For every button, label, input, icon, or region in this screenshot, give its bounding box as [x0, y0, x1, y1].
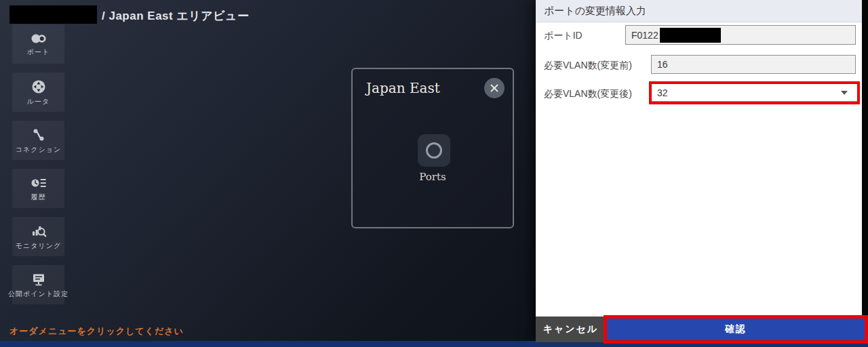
ports-node-label: Ports — [353, 171, 513, 183]
breadcrumb: / Japan East エリアビュー — [102, 8, 249, 24]
area-card-title: Japan East — [366, 80, 440, 96]
sidebar-item-public-point[interactable]: 公開ポイント設定 — [12, 265, 64, 304]
chevron-down-icon — [841, 91, 848, 95]
port-ring-icon — [426, 142, 442, 159]
vlan-after-value: 32 — [657, 87, 668, 98]
sidebar-item-monitoring[interactable]: モニタリング — [12, 217, 64, 256]
main-canvas: / Japan East エリアビュー ポート ルータ コネクション 履歴 — [0, 0, 536, 347]
monitoring-icon — [30, 223, 47, 239]
sidebar-item-label: 履歴 — [31, 192, 46, 202]
ports-icon — [30, 32, 47, 45]
cancel-button[interactable]: キャンセル — [536, 317, 606, 342]
connection-icon — [31, 127, 47, 143]
ports-node-button[interactable] — [418, 134, 450, 167]
vlan-before-label: 必要VLAN数(変更前) — [544, 60, 632, 72]
sidebar-item-history[interactable]: 履歴 — [12, 169, 64, 208]
redaction-box — [660, 28, 721, 43]
order-panel: ポートの変更情報入力 ポートID F0122 必要VLAN数(変更前) 16 必… — [536, 0, 868, 341]
vlan-before-value: 16 — [657, 59, 668, 70]
sidebar-item-label: モニタリング — [16, 241, 61, 251]
sidebar-item-label: ルータ — [27, 97, 50, 106]
sidebar-item-router[interactable]: ルータ — [12, 73, 64, 112]
sidebar-item-ports[interactable]: ポート — [12, 24, 64, 64]
vlan-after-label: 必要VLAN数(変更後) — [544, 88, 632, 100]
sidebar-item-label: ポート — [27, 47, 50, 57]
app-root: / Japan East エリアビュー ポート ルータ コネクション 履歴 — [0, 0, 868, 347]
port-id-field: F0122 — [625, 25, 856, 45]
panel-title: ポートの変更情報入力 — [536, 0, 868, 22]
vlan-before-field: 16 — [651, 55, 856, 74]
close-icon — [490, 83, 499, 93]
status-message: オーダメニューをクリックしてください — [9, 325, 184, 338]
port-id-value: F0122 — [631, 30, 658, 41]
vlan-after-select[interactable]: 32 — [649, 81, 860, 104]
public-point-icon — [31, 271, 47, 287]
sidebar-item-label: 公開ポイント設定 — [8, 289, 68, 299]
area-card-japan-east: Japan East Ports — [351, 68, 514, 228]
router-icon — [31, 79, 47, 95]
history-icon — [30, 176, 47, 190]
redaction-box — [9, 5, 97, 24]
sidebar-item-connection[interactable]: コネクション — [12, 121, 64, 160]
confirm-button[interactable]: 確認 — [604, 315, 868, 344]
sidebar-item-label: コネクション — [16, 145, 61, 155]
panel-scrollbar[interactable] — [862, 0, 868, 316]
port-id-label: ポートID — [544, 30, 583, 42]
close-button[interactable] — [484, 78, 505, 98]
